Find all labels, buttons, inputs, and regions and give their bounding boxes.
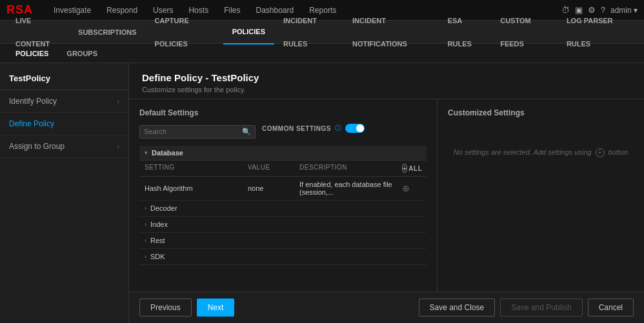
sidebar-item-label: Assign to Group <box>9 142 65 151</box>
main-layout: TestPolicy Identify Policy › Define Poli… <box>0 63 644 323</box>
table-row: Hash Algorithm none If enabled, each dat… <box>139 177 427 201</box>
row-label: SDK <box>150 253 165 260</box>
toggle-row: COMMON SETTINGS ⓘ <box>262 124 365 133</box>
col-setting: SETTING <box>145 164 248 173</box>
sidebar-item-label: Identify Policy <box>9 97 57 106</box>
rest-row[interactable]: › Rest <box>139 233 427 249</box>
tab-policies[interactable]: POLICIES <box>6 44 57 63</box>
add-all-button[interactable]: + ALL <box>402 164 421 173</box>
chevron-right-icon: › <box>145 237 146 244</box>
content-header: Define Policy - TestPolicy Customize set… <box>129 63 644 99</box>
footer: Previous Next Save and Close Save and Pu… <box>129 291 644 323</box>
common-settings-label: COMMON SETTINGS <box>262 125 331 132</box>
add-icon-reference: + <box>596 148 605 157</box>
row-label: Index <box>150 220 168 228</box>
right-panel: Customized Settings No settings are sele… <box>438 99 644 291</box>
save-publish-button[interactable]: Save and Publish <box>500 299 582 317</box>
no-settings-message: No settings are selected. Add settings u… <box>448 147 634 159</box>
second-nav: LIVE CONTENT SUBSCRIPTIONS CAPTURE POLIC… <box>0 21 644 44</box>
row-label: Decoder <box>150 204 177 212</box>
content-area: Define Policy - TestPolicy Customize set… <box>129 63 644 323</box>
chevron-right-icon: › <box>117 98 119 105</box>
sidebar-item-label: Define Policy <box>9 119 54 128</box>
chevron-down-icon: ▾ <box>145 150 148 156</box>
database-section[interactable]: ▾ Database <box>139 146 427 161</box>
add-setting-button[interactable]: ⊕ <box>402 183 421 193</box>
content-body: Default Settings 🔍 COMMON SETTINGS ⓘ <box>129 99 644 291</box>
row-label: Rest <box>150 237 165 244</box>
setting-description: If enabled, each database file (session,… <box>299 181 402 196</box>
index-row[interactable]: › Index <box>139 217 427 233</box>
col-value: VALUE <box>248 164 299 173</box>
nav-incident-notifications[interactable]: INCIDENT NOTIFICATIONS <box>343 9 439 55</box>
toggle-knob <box>356 124 364 132</box>
save-close-button[interactable]: Save and Close <box>419 299 496 317</box>
chevron-right-icon: › <box>145 205 146 211</box>
sidebar-item-assign-to-group[interactable]: Assign to Group › <box>0 135 128 158</box>
sidebar-item-identify-policy[interactable]: Identify Policy › <box>0 90 128 113</box>
tab-groups[interactable]: GROUPS <box>57 44 106 63</box>
sidebar-title: TestPolicy <box>0 63 128 90</box>
col-description: DESCRIPTION <box>299 164 402 173</box>
sidebar: TestPolicy Identify Policy › Define Poli… <box>0 63 129 323</box>
right-panel-title: Customized Settings <box>448 108 634 117</box>
search-input[interactable] <box>144 128 242 135</box>
chevron-right-icon: › <box>145 253 146 260</box>
nav-subscriptions[interactable]: SUBSCRIPTIONS <box>69 21 145 44</box>
nav-policies[interactable]: POLICIES <box>223 20 274 44</box>
all-label: ALL <box>408 165 422 172</box>
cancel-button[interactable]: Cancel <box>588 299 634 317</box>
page-title: Define Policy - TestPolicy <box>142 72 631 83</box>
chevron-right-icon: › <box>117 143 119 150</box>
info-icon: ⓘ <box>335 124 341 133</box>
nav-custom-feeds[interactable]: CUSTOM FEEDS <box>491 9 558 55</box>
nav-esa-rules[interactable]: ESA RULES <box>439 9 492 55</box>
previous-button[interactable]: Previous <box>139 299 192 317</box>
sidebar-item-define-policy[interactable]: Define Policy <box>0 113 128 135</box>
table-header: SETTING VALUE DESCRIPTION + ALL <box>139 161 427 177</box>
page-subtitle: Customize settings for the policy. <box>142 86 631 93</box>
left-panel: Default Settings 🔍 COMMON SETTINGS ⓘ <box>129 99 438 291</box>
section-label: Database <box>152 149 183 157</box>
left-panel-title: Default Settings <box>139 108 427 117</box>
common-settings-toggle[interactable] <box>345 124 365 133</box>
circle-add-icon: + <box>402 164 407 173</box>
search-icon: 🔍 <box>242 128 251 136</box>
nav-incident-rules[interactable]: INCIDENT RULES <box>274 9 343 55</box>
nav-respond[interactable]: Respond <box>99 0 145 21</box>
decoder-row[interactable]: › Decoder <box>139 201 427 217</box>
nav-log-parser-rules[interactable]: LOG PARSER RULES <box>558 9 638 55</box>
chevron-right-icon: › <box>145 221 146 228</box>
setting-name: Hash Algorithm <box>145 184 248 192</box>
setting-value: none <box>248 184 299 192</box>
next-button[interactable]: Next <box>197 299 235 317</box>
nav-capture-policies[interactable]: CAPTURE POLICIES <box>146 9 223 55</box>
sdk-row[interactable]: › SDK <box>139 249 427 265</box>
search-bar[interactable]: 🔍 <box>139 125 256 139</box>
